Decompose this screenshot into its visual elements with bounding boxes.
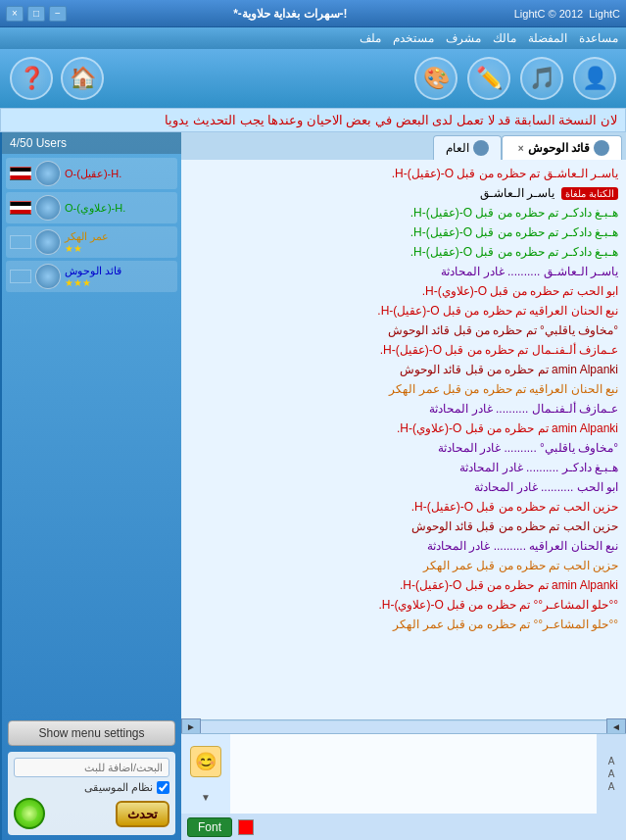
toolbar-icon-home[interactable]: 🏠: [61, 57, 104, 100]
user-item[interactable]: قائد الوحوش★★★: [6, 261, 177, 292]
left-indicator-2: A: [608, 768, 615, 779]
message-line: °°حلو المشاعـر°° تم حظره من قبل O-(علاوي…: [187, 595, 620, 615]
user-info: O-(علاوي)-H.: [65, 202, 125, 215]
user-name: قائد الوحوش: [65, 265, 121, 277]
menu-item-favorites[interactable]: المفضلة: [528, 31, 567, 45]
menu-item-file[interactable]: ملف: [360, 31, 381, 45]
chat-area: قائد الوحوش × العام ياسـر الـعاشـق تم حظ…: [181, 132, 626, 840]
menubar: مساعدة المفضلة مالك مشرف مستخدم ملف: [0, 27, 626, 49]
message-line: ابو الحب تم حظره من قبل O-(علاوي)-H.: [187, 281, 620, 301]
message-line: هـبـغ دادكـر تم حظره من قبل O-(عقيل)-H.: [187, 242, 620, 262]
message-line: عـمازف ألـفنـمال .......... غادر المحادث…: [187, 399, 620, 419]
notification-bar: لان النسخة السابقة قد لا تعمل لدى البعض …: [0, 108, 626, 132]
message-line: ابو الحب .......... غادر المحادثة: [187, 477, 620, 497]
music-checkbox[interactable]: [157, 781, 169, 794]
music-label: نظام الموسيقى: [84, 781, 153, 794]
message-line: حزين الحب تم حظره من قبل قائد الوحوش: [187, 517, 620, 536]
user-name: O-(عقيل)-H.: [65, 168, 121, 180]
menu-item-admin[interactable]: مشرف: [446, 31, 481, 45]
user-avatar: [35, 195, 61, 221]
message-badge: الكتابة ملغاة: [561, 187, 618, 200]
user-info: O-(عقيل)-H.: [65, 168, 121, 180]
toolbar-icon-1[interactable]: 👤: [573, 57, 616, 100]
message-line: نبع الحنان العراقيه .......... غادر المح…: [187, 536, 620, 556]
user-list: O-(عقيل)-H.O-(علاوي)-H.عمر الهكر★★قائد ا…: [2, 154, 181, 715]
menu-item-help[interactable]: مساعدة: [579, 31, 618, 45]
chat-left-panel: A A A: [597, 734, 626, 814]
music-checkbox-row: نظام الموسيقى: [14, 781, 169, 794]
user-info: قائد الوحوش★★★: [65, 265, 121, 288]
toolbar-icon-2[interactable]: 🎵: [520, 57, 563, 100]
message-line: °°حلو المشاعـر°° تم حظره من قبل عمر الهك…: [187, 615, 620, 634]
user-name: عمر الهكر: [65, 230, 109, 243]
message-line: amin Alpanki تم حظره من قبل O-(علاوي)-H.: [187, 419, 620, 438]
tab-active[interactable]: قائد الوحوش ×: [502, 135, 622, 160]
user-item[interactable]: O-(علاوي)-H.: [6, 192, 177, 223]
chat-right-panel: 😊 ▼: [181, 734, 230, 814]
sidebar-bottom: Show menu settings نظام الموسيقى تحدث: [2, 715, 181, 840]
user-flag: [10, 270, 31, 283]
font-button[interactable]: Font: [187, 817, 232, 837]
tab-icon-active: [594, 140, 609, 156]
maximize-button[interactable]: □: [27, 6, 45, 22]
menu-item-owner[interactable]: مالك: [493, 31, 516, 45]
toolbar-right-icons: 🏠 ❓: [10, 57, 104, 100]
users-header: 4/50 Users: [2, 132, 181, 154]
horizontal-scrollbar: ◄ ►: [181, 719, 626, 733]
message-line: amin Alpanki تم حظره من قبل قائد الوحوش: [187, 360, 620, 379]
user-avatar: [35, 229, 61, 255]
tab-general[interactable]: العام: [433, 135, 502, 160]
chat-text-input[interactable]: [230, 734, 597, 814]
users-count: 4/50: [10, 136, 32, 150]
tab-close-btn[interactable]: ×: [518, 143, 524, 154]
menu-item-user[interactable]: مستخدم: [393, 31, 434, 45]
go-button-inner: [22, 806, 37, 821]
user-item[interactable]: O-(عقيل)-H.: [6, 158, 177, 189]
toolbar: 👤 🎵 ✏️ 🎨 🏠 ❓: [0, 49, 626, 108]
emoji-button[interactable]: 😊: [190, 746, 221, 777]
tab-label-active: قائد الوحوش: [528, 141, 590, 155]
user-flag: [10, 201, 31, 215]
minimize-button[interactable]: −: [49, 6, 67, 22]
toolbar-icon-help[interactable]: ❓: [10, 57, 53, 100]
chat-input-area: A A A 😊 ▼: [181, 734, 626, 814]
message-line: amin Alpanki تم حظره من قبل O-(عقيل)-H.: [187, 575, 620, 595]
show-menu-button[interactable]: Show menu settings: [8, 720, 175, 746]
left-indicator-3: A: [608, 781, 615, 792]
user-item[interactable]: عمر الهكر★★: [6, 226, 177, 258]
titlebar-subtitle: !-سهرات بغداية حلاوية-*: [233, 7, 347, 21]
user-stars: ★★: [65, 243, 109, 254]
message-line: هـبـغ دادكـر .......... غادر المحادثة: [187, 458, 620, 477]
music-section: نظام الموسيقى تحدث: [8, 752, 175, 835]
emoji-dropdown[interactable]: ▼: [201, 792, 211, 803]
user-avatar: [35, 264, 61, 289]
chat-button[interactable]: تحدث: [116, 801, 169, 827]
messages-list[interactable]: ياسـر الـعاشـق تم حظره من قبل O-(عقيل)-H…: [181, 160, 626, 719]
chat-input-section: A A A 😊 ▼ Font: [181, 733, 626, 840]
color-swatch[interactable]: [238, 819, 254, 835]
titlebar: LightC LightC © 2012 !-سهرات بغداية حلاو…: [0, 0, 626, 27]
titlebar-controls: − □ ×: [6, 6, 67, 22]
titlebar-copyright: LightC © 2012: [514, 8, 584, 20]
message-line: نبع الحنان العراقيه تم حظره من قبل عمر ا…: [187, 379, 620, 399]
titlebar-left: LightC LightC © 2012: [514, 8, 620, 20]
user-info: عمر الهكر★★: [65, 230, 109, 254]
go-button[interactable]: [14, 798, 45, 829]
music-search-input[interactable]: [14, 758, 169, 777]
titlebar-app: LightC: [589, 8, 620, 20]
music-actions: تحدث: [14, 798, 169, 829]
scroll-track[interactable]: [201, 721, 606, 733]
tab-icon-general: [473, 140, 489, 156]
message-line: حزين الحب تم حظره من قبل O-(عقيل)-H.: [187, 497, 620, 517]
toolbar-icon-3[interactable]: ✏️: [467, 57, 510, 100]
user-avatar: [35, 161, 61, 186]
message-line: هـبـغ دادكـر تم حظره من قبل O-(عقيل)-H.: [187, 222, 620, 242]
message-line: ياسـر الـعاشـق .......... غادر المحادثة: [187, 262, 620, 281]
close-button[interactable]: ×: [6, 6, 24, 22]
user-name: O-(علاوي)-H.: [65, 202, 125, 215]
user-stars: ★★★: [65, 277, 121, 288]
toolbar-icon-4[interactable]: 🎨: [414, 57, 457, 100]
message-line: ياسـر الـعاشـق تم حظره من قبل O-(عقيل)-H…: [187, 164, 620, 183]
user-flag: [10, 235, 31, 249]
user-flag: [10, 167, 31, 180]
